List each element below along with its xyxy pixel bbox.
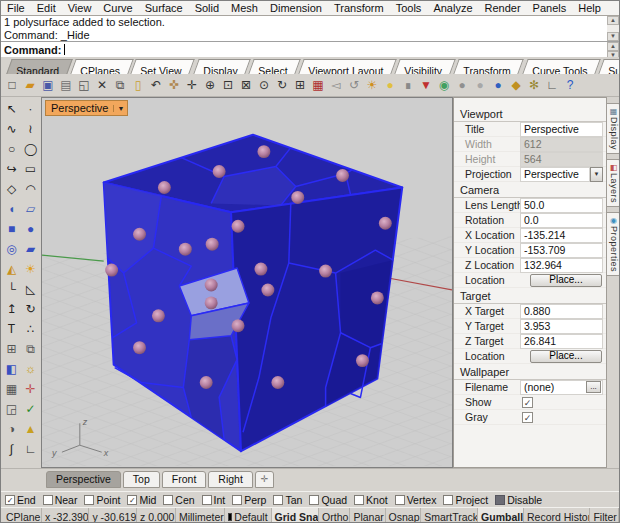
status-osnap[interactable]: Osnap [386, 508, 422, 523]
plane-tool-icon[interactable]: ▰ [21, 239, 40, 259]
lights-tool-icon[interactable]: ☼ [21, 359, 40, 379]
status-cplane[interactable]: CPlane [3, 508, 42, 523]
toolbar-tab-cplanes[interactable]: CPlanes [70, 59, 133, 74]
menu-solid[interactable]: Solid [189, 1, 225, 15]
prop-value-z-location[interactable]: 132.964 [520, 258, 603, 273]
osnap-toggle-int[interactable]: Int [202, 494, 226, 506]
paint-icon[interactable]: ◆ [507, 76, 525, 94]
delete-icon[interactable]: ✕ [93, 76, 111, 94]
color-wheel-icon[interactable]: ◉ [435, 76, 453, 94]
status-x-coordinate[interactable]: x -32.390 [42, 508, 90, 523]
new-file-icon[interactable]: □ [3, 76, 21, 94]
named-views-icon[interactable]: ▦ [309, 76, 327, 94]
extrude-tool-icon[interactable]: ↥ [2, 299, 21, 319]
status-layer[interactable]: Default [225, 508, 272, 523]
browse-button[interactable]: ... [586, 381, 601, 393]
menu-help[interactable]: Help [572, 1, 607, 15]
fillet-tool-icon[interactable]: └ [2, 279, 21, 299]
scroll-up-icon[interactable]: ▲ [607, 16, 619, 25]
prop-value-rotation[interactable]: 0.0 [520, 213, 603, 228]
osnap-toggle-near[interactable]: Near [43, 494, 78, 506]
scroll-down-icon[interactable]: ▼ [607, 32, 619, 41]
export-icon[interactable]: ◱ [75, 76, 93, 94]
toolbar-tab-display[interactable]: Display [193, 59, 251, 74]
menu-panels[interactable]: Panels [527, 1, 573, 15]
side-tab-layers[interactable]: ◧ Layers [607, 159, 620, 207]
circle-tool-icon[interactable]: ○ [2, 139, 21, 159]
prop-value-title[interactable]: Perspective [520, 122, 603, 137]
open-file-icon[interactable]: ▰ [21, 76, 39, 94]
command-input-scrollbar[interactable]: ▲ ▼ [607, 42, 619, 57]
rotate-view-icon[interactable]: ↻ [273, 76, 291, 94]
box-tool-icon[interactable]: ■ [2, 219, 21, 239]
zoom-selected-icon[interactable]: ⊙ [255, 76, 273, 94]
chamfer-tool-icon[interactable]: ◺ [21, 279, 40, 299]
cone-tool-icon[interactable]: ▲ [21, 419, 40, 439]
checkbox[interactable] [163, 495, 173, 505]
prop-value-y-target[interactable]: 3.953 [520, 319, 603, 334]
checkbox[interactable] [43, 495, 53, 505]
select-tool-icon[interactable]: ↖ [2, 99, 21, 119]
menu-transform[interactable]: Transform [328, 1, 390, 15]
status-z-coordinate[interactable]: z 0.000 [137, 508, 176, 523]
undo-view-icon[interactable]: ↺ [345, 76, 363, 94]
dropdown-arrow-icon[interactable]: ▼ [590, 167, 603, 182]
undo-icon[interactable]: ↶ [147, 76, 165, 94]
explode-tool-icon[interactable]: ☀ [21, 259, 40, 279]
checkbox[interactable] [84, 495, 94, 505]
checkbox-gray[interactable]: ✓ [522, 412, 533, 423]
place-button-target[interactable]: Place... [530, 350, 602, 363]
ellipse-tool-icon[interactable]: ◯ [21, 139, 40, 159]
perspective-viewport[interactable]: z x y Perspective ▼ [41, 97, 453, 468]
osnap-toggle-cen[interactable]: Cen [163, 494, 194, 506]
toolbar-tab-visibility[interactable]: Visibility [395, 59, 456, 74]
viewport-tab-new-viewport[interactable]: ✛ [255, 471, 275, 488]
checkbox-show[interactable]: ✓ [522, 397, 533, 408]
zoom-window-icon[interactable]: ⊡ [219, 76, 237, 94]
viewport-tab-right[interactable]: Right [208, 471, 253, 488]
help-icon[interactable]: ? [561, 76, 579, 94]
toolbar-tab-select[interactable]: Select [248, 59, 301, 74]
menu-edit[interactable]: Edit [31, 1, 62, 15]
zoom-dynamic-icon[interactable]: ⊕ [201, 76, 219, 94]
checkbox[interactable] [443, 495, 453, 505]
viewport-menu-arrow-icon[interactable]: ▼ [113, 105, 127, 112]
menu-file[interactable]: File [1, 1, 31, 15]
render-spray-icon[interactable]: ☀ [363, 76, 381, 94]
duplicate-tool-icon[interactable]: ⧉ [21, 339, 40, 359]
status-record-history[interactable]: Record Histor [524, 508, 590, 523]
viewport-layout-icon[interactable]: ⊞ [291, 76, 309, 94]
status-smarttrack[interactable]: SmartTrack [421, 508, 478, 523]
previous-view-icon[interactable]: ◅ [327, 76, 345, 94]
filename-value[interactable]: (none) [524, 381, 554, 393]
polygon-tool-icon[interactable]: ◇ [2, 179, 21, 199]
text-tool-icon[interactable]: T [2, 319, 21, 339]
menu-render[interactable]: Render [479, 1, 527, 15]
checkbox[interactable] [127, 495, 137, 505]
checkbox[interactable] [309, 495, 319, 505]
menu-analyze[interactable]: Analyze [427, 1, 478, 15]
status-gumball[interactable]: Gumball [478, 508, 524, 523]
array-tool-icon[interactable]: ▦ [2, 379, 21, 399]
check-tool-icon[interactable]: ✓ [21, 399, 40, 419]
menu-surface[interactable]: Surface [139, 1, 189, 15]
render-preview-low-icon[interactable]: ● [453, 76, 471, 94]
viewport-tab-front[interactable]: Front [162, 471, 207, 488]
sphere-tool-icon[interactable]: ● [21, 219, 40, 239]
status-units[interactable]: Millimeter [176, 508, 225, 523]
osnap-toggle-vertex[interactable]: Vertex [395, 494, 437, 506]
viewport-title-tab[interactable]: Perspective ▼ [45, 100, 128, 116]
copy-icon[interactable]: ⧉ [111, 76, 129, 94]
render-preview-med-icon[interactable]: ● [471, 76, 489, 94]
point-cloud-tool-icon[interactable]: ∴ [21, 319, 40, 339]
options-icon[interactable]: ✻ [525, 76, 543, 94]
curve-arrow-tool-icon[interactable]: ↪ [2, 159, 21, 179]
toolbar-tab-surface-tools[interactable]: Surface Tools [598, 59, 619, 74]
print-icon[interactable]: ▤ [57, 76, 75, 94]
prop-value-y-location[interactable]: -153.709 [520, 243, 603, 258]
toolbar-tab-viewport-layout[interactable]: Viewport Layout [298, 59, 397, 74]
revolve-tool-icon[interactable]: ↻ [21, 299, 40, 319]
save-file-icon[interactable]: ▣ [39, 76, 57, 94]
measure-icon[interactable]: ∟ [543, 76, 561, 94]
osnap-toggle-mid[interactable]: Mid [127, 494, 156, 506]
